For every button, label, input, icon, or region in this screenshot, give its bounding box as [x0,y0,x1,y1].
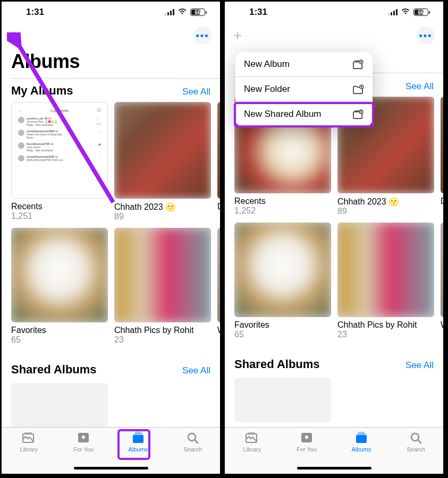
wifi-icon [401,7,410,18]
albums-row-2: Favorites 65 Chhath Pics by Rohit 23 W [2,228,220,348]
tab-search[interactable]: Search [165,431,220,474]
my-albums-title: My Albums [11,84,73,98]
folder-plus-icon [352,84,364,95]
svg-line-7 [195,440,198,443]
svg-rect-3 [133,435,143,443]
album-chhath-rohit[interactable]: Chhath Pics by Rohit 23 [337,223,434,339]
home-indicator[interactable] [297,467,371,470]
album-cut[interactable]: W [217,228,220,345]
battery-icon: 66 [190,8,205,16]
home-indicator[interactable] [74,467,148,470]
status-right: 66 [388,7,428,18]
menu-new-shared-album[interactable]: New Shared Album [235,102,373,126]
status-right: 66 [165,7,205,18]
menu-new-album[interactable]: New Album [235,52,373,77]
add-menu-popup: New Album New Folder New Shared Album [235,52,373,126]
cellular-signal-icon [165,9,174,15]
album-recents[interactable]: ←Commentsⓘ prashant_pal_90 2dJai shree R… [11,102,108,221]
add-button[interactable]: + [10,27,19,44]
svg-rect-4 [134,433,142,434]
album-cut[interactable]: W [441,223,443,339]
see-all-my-albums[interactable]: See All [405,81,434,92]
albums-row-1: ←Commentsⓘ prashant_pal_90 2dJai shree R… [2,102,220,225]
tab-search[interactable]: Search [388,431,443,474]
tab-library[interactable]: Library [2,431,56,474]
add-button[interactable]: + [233,27,242,44]
status-time: 1:31 [26,7,44,18]
tab-bar: Library For You Albums Search [225,427,443,474]
status-bar: 1:31 66 [2,2,220,23]
page-title: Albums [2,48,220,78]
shared-album-thumb[interactable] [234,378,331,422]
status-bar: 1:31 66 [225,2,443,23]
more-button[interactable]: ••• [193,27,212,45]
album-cut[interactable]: D [441,97,443,216]
tab-library[interactable]: Library [225,431,280,474]
see-all-shared[interactable]: See All [182,365,210,376]
menu-new-folder[interactable]: New Folder [235,77,373,102]
album-chhath-2023[interactable]: Chhath 2023 🌝 89 [114,102,211,221]
svg-rect-1 [24,432,32,434]
shared-album-icon [352,109,364,120]
battery-icon: 66 [413,8,428,16]
svg-rect-18 [248,432,255,434]
album-plus-icon [352,59,364,70]
tab-bar: Library For You Albums Search [2,427,220,474]
svg-rect-20 [356,435,367,443]
shared-albums-title: Shared Albums [234,357,320,371]
svg-rect-5 [135,432,141,433]
wifi-icon [177,7,187,18]
album-chhath-rohit[interactable]: Chhath Pics by Rohit 23 [114,228,211,345]
shared-album-thumb[interactable] [11,383,108,428]
status-time: 1:31 [249,7,267,18]
svg-rect-22 [358,432,365,433]
album-favorites[interactable]: Favorites 65 [11,228,108,345]
left-screenshot: 1:31 66 + ••• Albums My Albums See All ←… [0,0,222,475]
shared-albums-title: Shared Albums [11,363,97,377]
more-button[interactable]: ••• [417,27,435,45]
right-screenshot: 1:31 66 + ••• See All Recents 1,252 Chha… [223,0,445,475]
album-cut[interactable]: D [217,102,220,221]
see-all-my-albums[interactable]: See All [182,87,210,97]
svg-rect-21 [357,433,366,434]
cellular-signal-icon [388,9,398,15]
album-favorites[interactable]: Favorites 65 [234,223,331,339]
albums-row-2: Favorites 65 Chhath Pics by Rohit 23 W [225,223,443,343]
svg-line-24 [418,440,421,443]
see-all-shared[interactable]: See All [405,360,434,371]
